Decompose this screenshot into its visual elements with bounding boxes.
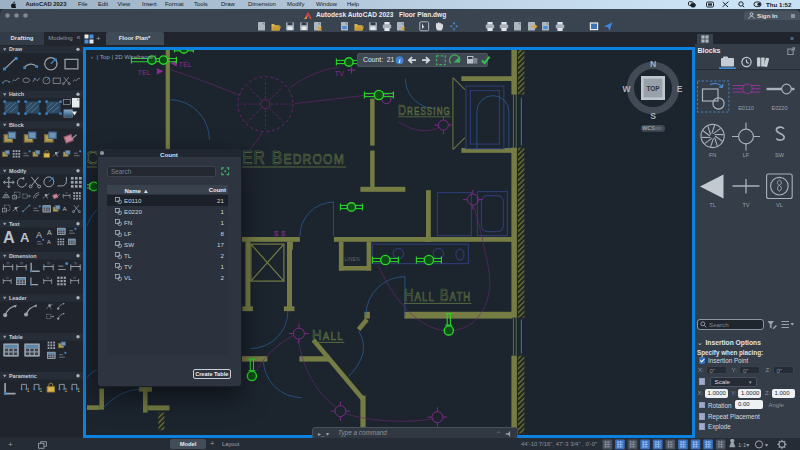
svg-text:1: 1 (27, 388, 30, 393)
svg-text:Block: Block (9, 122, 24, 128)
svg-text:TEL: TEL (178, 60, 192, 69)
svg-text:TL: TL (709, 202, 716, 208)
svg-text:$: $ (280, 229, 285, 238)
svg-text:Dimension: Dimension (9, 253, 36, 259)
svg-text:VL: VL (776, 202, 783, 208)
svg-text:A: A (47, 229, 52, 236)
svg-text:DRESSING: DRESSING (397, 102, 450, 118)
svg-text:1: 1 (39, 388, 42, 393)
svg-text:LINEN: LINEN (344, 257, 360, 262)
svg-text:TOP: TOP (646, 85, 660, 92)
svg-text:E: E (677, 84, 683, 94)
svg-text:TV: TV (742, 202, 749, 208)
svg-text:LF: LF (742, 152, 749, 158)
svg-text:TEL: TEL (137, 68, 151, 77)
svg-text:A: A (20, 230, 30, 245)
svg-text:$: $ (273, 229, 278, 238)
svg-text:W: W (622, 84, 631, 94)
svg-text:▾: ▾ (765, 443, 768, 449)
svg-text:E0110: E0110 (738, 105, 754, 111)
svg-text:Table: Table (9, 334, 23, 340)
svg-text:1: 1 (77, 388, 80, 393)
svg-text:1:1▾: 1:1▾ (738, 443, 749, 449)
svg-text:Modify: Modify (9, 168, 26, 174)
svg-text:E0220: E0220 (771, 105, 787, 111)
svg-text:HALL: HALL (311, 326, 343, 343)
svg-text:WCS: WCS (642, 125, 655, 131)
svg-text:A: A (47, 239, 51, 245)
svg-text:HALL BATH: HALL BATH (403, 286, 470, 304)
svg-text:Parametric: Parametric (9, 373, 37, 379)
svg-text:Text: Text (9, 221, 20, 227)
svg-text:S: S (650, 111, 656, 121)
svg-text:Leader: Leader (9, 295, 28, 301)
svg-text:FN: FN (708, 152, 715, 158)
svg-text:i: i (399, 56, 401, 63)
svg-text:TV: TV (334, 69, 344, 78)
svg-text:ER BEDROOM: ER BEDROOM (241, 147, 344, 168)
svg-text:Draw: Draw (9, 46, 23, 52)
svg-text:N: N (650, 59, 656, 69)
svg-text:A: A (36, 230, 42, 240)
svg-text:SW: SW (775, 152, 785, 158)
svg-text:A: A (3, 228, 15, 246)
svg-text:Hatch: Hatch (9, 91, 24, 97)
svg-text:1: 1 (65, 388, 68, 393)
